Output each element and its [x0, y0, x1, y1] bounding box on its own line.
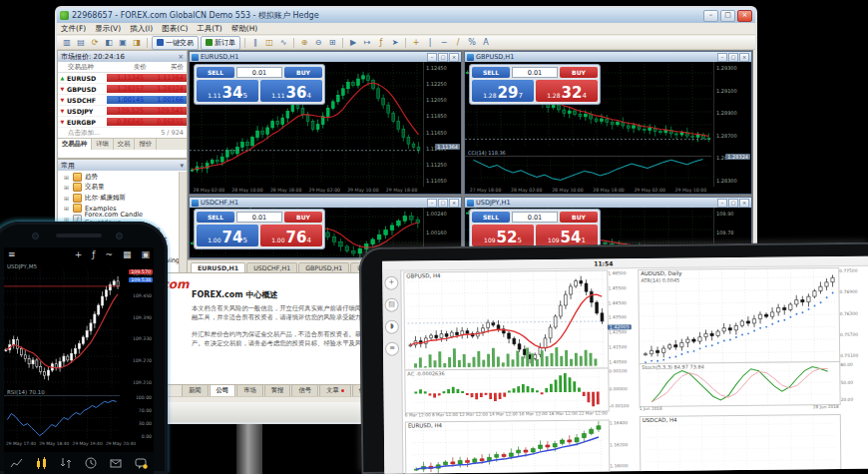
toolbar-profiles-icon[interactable]: ▤ [75, 37, 87, 48]
chart-windows-icon[interactable]: ▦ [123, 249, 132, 259]
navigator-item[interactable]: ⊞趋势 [58, 172, 180, 183]
toolbar-bar-chart-icon[interactable]: ∥ [249, 37, 261, 48]
sell-button[interactable]: SELL [197, 67, 234, 78]
toolbar-vertical-line-icon[interactable]: | [424, 37, 436, 48]
mailbox-icon[interactable] [110, 457, 123, 470]
buy-button[interactable]: BUY [560, 212, 598, 223]
toolbar-market-watch-icon[interactable]: ◧ [103, 37, 115, 48]
toolbar-indicators-icon[interactable]: ƒ [375, 37, 387, 48]
toolbar-text-tool-icon[interactable]: A [480, 37, 492, 48]
cci-indicator-chart[interactable] [465, 156, 711, 183]
trade-icon[interactable] [60, 457, 73, 470]
buy-button[interactable]: BUY [560, 67, 598, 78]
tree-expand-icon[interactable]: ⊞ [64, 205, 70, 212]
tab-报价[interactable]: 报价 [135, 139, 157, 150]
tablet-usdcad-chart[interactable] [640, 414, 842, 473]
phone-rsi-chart[interactable] [4, 395, 120, 440]
buy-button[interactable]: BUY [284, 212, 322, 223]
tree-expand-icon[interactable]: ⊞ [64, 184, 70, 191]
chart-window-gbpusd[interactable]: GBPUSD,H1 –□× CCI(14) 118.36 1.293001.29… [464, 51, 752, 195]
toolbar-new-order-button[interactable]: 新订单 [201, 36, 240, 50]
window-titlebar[interactable]: 22968657 - FOREX.com GlobalCN Demo 553 -… [57, 8, 755, 23]
new-order-icon[interactable]: + [384, 276, 398, 290]
buy-button[interactable]: BUY [284, 67, 322, 78]
toolbar-horizontal-line-icon[interactable]: − [438, 37, 450, 48]
market-row-GBPUSD[interactable]: ▼GBPUSD1.282571.28324 [58, 84, 187, 95]
tab-交易[interactable]: 交易 [114, 139, 136, 150]
toolbar-refresh-icon[interactable]: ⟳ [89, 37, 101, 48]
maximize-button[interactable]: □ [720, 10, 735, 22]
toolbar-candlestick-chart-icon[interactable]: ◫ [263, 37, 275, 48]
chart-mode-icon[interactable]: ▣ [141, 249, 150, 259]
news-icon[interactable]: ≡ [385, 342, 399, 356]
buy-price-button[interactable]: 109541 [536, 225, 598, 246]
navigator-item[interactable]: ⊞交易量 [58, 183, 180, 194]
charts-icon[interactable]: ▤ [385, 298, 399, 312]
child-min-button[interactable]: – [717, 53, 727, 62]
tab-文章[interactable]: 文章 [319, 384, 351, 396]
sell-price-button[interactable]: 1.28297 [472, 80, 534, 102]
toolbar-tile-windows-icon[interactable]: ⊞ [326, 37, 338, 48]
child-close-button[interactable]: × [739, 199, 749, 208]
sell-price-button[interactable]: 1.00745 [197, 225, 258, 246]
menu-item[interactable]: 工具(T) [197, 24, 221, 34]
lot-size-input[interactable]: 0.01 [512, 212, 558, 223]
tab-警报[interactable]: 警报 [264, 384, 291, 396]
child-close-button[interactable]: × [739, 53, 749, 62]
lot-size-input[interactable]: 0.01 [236, 212, 282, 223]
tab-交易品种[interactable]: 交易品种 [58, 139, 92, 150]
toolbar-chart-shift-icon[interactable]: ↦ [361, 37, 373, 48]
child-max-button[interactable]: □ [728, 199, 738, 208]
chat-icon[interactable] [135, 457, 148, 470]
menu-item[interactable]: 帮助(H) [231, 24, 258, 34]
tab-详细[interactable]: 详细 [92, 139, 114, 150]
tree-expand-icon[interactable]: ⊞ [64, 174, 70, 181]
menu-item[interactable]: 图表(C) [162, 24, 188, 34]
child-min-button[interactable]: – [427, 53, 437, 62]
toolbar-data-window-icon[interactable]: ▣ [117, 37, 129, 48]
market-row-EURGBP[interactable]: ▼EURGBP0.868450.86855 [58, 117, 187, 128]
quotes-icon[interactable] [10, 457, 23, 470]
toolbar-cursor-icon[interactable]: ➤ [389, 37, 401, 48]
sell-button[interactable]: SELL [197, 212, 234, 223]
lot-size-input[interactable]: 0.01 [512, 67, 558, 78]
chart-window-eurusd[interactable]: EURUSD,H1 –□× 1.124501.122501.120501.118… [189, 51, 462, 195]
crosshair-icon[interactable]: + [75, 249, 83, 259]
add-symbol-row[interactable]: 点击添加... [68, 129, 100, 138]
phone-candle-chart[interactable] [4, 269, 120, 387]
tab-信号[interactable]: 信号 [291, 384, 318, 396]
tree-expand-icon[interactable]: ⊞ [64, 195, 70, 202]
history-icon[interactable] [85, 457, 98, 470]
market-row-USDJPY[interactable]: ▼USDJPY109.525109.541 [58, 106, 187, 117]
tab-市场[interactable]: 市场 [236, 384, 263, 396]
toolbar-line-chart-icon[interactable]: ∿ [277, 37, 289, 48]
menu-icon[interactable]: ≡ [8, 249, 16, 259]
objects-icon[interactable]: ~ [105, 249, 113, 259]
charts-icon[interactable] [35, 457, 48, 470]
toolbar-auto-scroll-icon[interactable]: ▶ [347, 37, 359, 48]
chat-icon[interactable]: ◗ [385, 320, 399, 334]
navigator-titlebar[interactable]: 常用 ▾ [58, 160, 187, 171]
sell-price-button[interactable]: 1.11345 [197, 80, 258, 102]
toolbar-crosshair-icon[interactable]: + [410, 37, 422, 48]
toolbar-zoom-in-icon[interactable]: ⊕ [298, 37, 310, 48]
toolbar-trendline-icon[interactable]: / [452, 37, 464, 48]
child-close-button[interactable]: × [449, 53, 459, 62]
tab-EURUSD,H1[interactable]: EURUSD,H1 [191, 262, 245, 272]
toolbar-one-click-trading-button[interactable]: 一键交易 [152, 36, 199, 50]
lot-size-input[interactable]: 0.01 [236, 67, 282, 78]
child-max-button[interactable]: □ [438, 53, 448, 62]
market-watch-titlebar[interactable]: 市场报价: 20:24:16 × [58, 51, 187, 62]
close-button[interactable]: × [737, 10, 752, 22]
child-min-button[interactable]: – [717, 199, 727, 208]
child-min-button[interactable]: – [427, 199, 437, 208]
sell-button[interactable]: SELL [472, 212, 510, 223]
buy-price-button[interactable]: 1.11364 [260, 80, 322, 102]
toolbar-zoom-out-icon[interactable]: ⊖ [312, 37, 324, 48]
minimize-button[interactable]: – [703, 10, 718, 22]
chevron-down-icon[interactable]: ▾ [180, 162, 184, 170]
buy-price-button[interactable]: 1.00764 [260, 225, 322, 246]
indicators-f-icon[interactable]: ƒ [92, 249, 95, 259]
navigator-item[interactable]: ⊞比尔·威廉姆斯 [58, 193, 180, 204]
menu-item[interactable]: 插入(I) [130, 24, 153, 34]
